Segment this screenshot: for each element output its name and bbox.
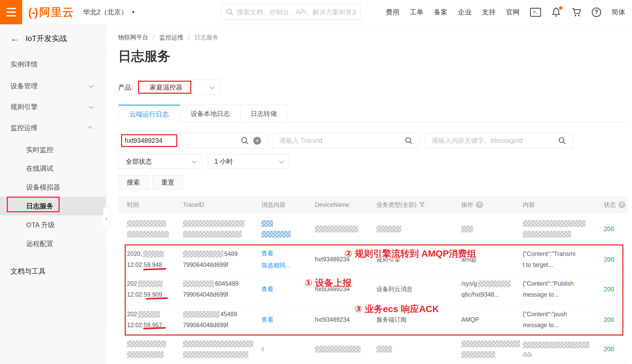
keyword-search-field[interactable] (425, 133, 573, 148)
sidebar-item-ota-upgrade[interactable]: OTA 升级 (0, 215, 106, 234)
breadcrumb-monitoring-ops[interactable]: 监控运维 (159, 33, 183, 42)
cell-status: 200 (604, 304, 614, 335)
log-table: 时间 TraceID 消息内容 DeviceName 业务类型(全部) 操作 ?… (118, 196, 628, 363)
filter-same-link[interactable]: 筛选相同... (261, 261, 290, 269)
search-button[interactable]: 搜索 (118, 175, 148, 190)
device-search-field[interactable]: × (118, 133, 268, 148)
redacted-link[interactable] (261, 220, 273, 227)
global-search-input[interactable] (237, 8, 356, 16)
redacted-block (183, 251, 223, 257)
redacted-block (523, 220, 585, 227)
help-circle-icon[interactable]: ? (476, 201, 483, 208)
nav-support[interactable]: 支持 (482, 8, 496, 17)
sidebar-back[interactable]: ← IoT开发实战 (0, 24, 106, 53)
cell-operation: /sys/g q6c/hxt9348... (461, 274, 510, 304)
redacted-block (315, 226, 358, 232)
redacted-block (478, 280, 510, 287)
sidebar-item-monitoring-ops[interactable]: 监控运维 (0, 117, 106, 138)
sidebar-item-device-management[interactable]: 设备管理 (0, 75, 106, 96)
sidebar-item-instance-detail[interactable]: 实例详情 (0, 53, 106, 75)
cloudshell-button[interactable]: >_ (530, 8, 541, 17)
redacted-link[interactable] (261, 231, 291, 238)
notifications-button[interactable] (551, 7, 561, 17)
hamburger-icon (7, 8, 16, 9)
page-title: 日志服务 (118, 48, 170, 65)
status-code: 200 (604, 225, 614, 233)
traceid-input[interactable] (279, 137, 405, 144)
chevron-left-icon: ‹ (106, 214, 108, 222)
search-icon[interactable] (558, 137, 566, 145)
view-link[interactable]: 查看 (261, 285, 273, 293)
product-select[interactable]: 家庭温控器 (139, 80, 221, 95)
sidebar-item-remote-config[interactable]: 远程配置 (0, 234, 106, 253)
traceid-search-field[interactable] (273, 133, 420, 148)
redacted-block (127, 351, 164, 358)
nav-icp[interactable]: 备案 (434, 8, 447, 17)
help-button[interactable]: ? (592, 8, 601, 17)
time-range-select[interactable]: 1 小时 (207, 154, 289, 169)
redacted-block (127, 340, 166, 347)
cell-biztype: 设备到云消息 (376, 274, 412, 304)
cell-biztype (376, 213, 401, 244)
search-icon[interactable] (405, 137, 413, 145)
cell-operation (461, 213, 473, 244)
cell-time (127, 336, 166, 363)
breadcrumb-iot-platform[interactable]: 物联网平台 (118, 33, 148, 42)
clear-icon[interactable]: × (253, 137, 261, 145)
cell-status: 200 (604, 336, 614, 363)
redacted-block (523, 231, 571, 238)
sidebar-item-rules-engine[interactable]: 规则引擎 (0, 96, 106, 117)
col-devicename: DeviceName (315, 196, 349, 213)
product-label: 产品: (118, 80, 133, 95)
sidebar-collapse-handle[interactable]: ‹ (103, 207, 111, 230)
breadcrumb-log-service: 日志服务 (194, 33, 219, 42)
device-search-input[interactable] (125, 137, 241, 144)
sidebar-item-realtime-monitor[interactable]: 实时监控 (0, 140, 106, 159)
aliyun-logo[interactable]: (-) 阿里云 (28, 0, 74, 24)
cell-biztype: 服务端订阅 (376, 304, 406, 335)
cart-button[interactable] (571, 8, 581, 17)
instance-title: IoT开发实战 (26, 33, 67, 44)
reset-button[interactable]: 重置 (153, 175, 183, 190)
filter-funnel-icon[interactable] (419, 202, 425, 208)
tab-strip: 云端运行日志 设备本地日志 日志转储 (118, 105, 287, 123)
cell-message: 查看 (261, 274, 273, 304)
sidebar-item-online-debug[interactable]: 在线调试 (0, 159, 106, 178)
cell-message (261, 213, 291, 244)
chevron-down-icon (279, 158, 284, 163)
tab-device-local-log[interactable]: 设备本地日志 (180, 105, 241, 122)
nav-billing[interactable]: 费用 (386, 8, 399, 17)
redacted-block (143, 251, 164, 257)
cell-devicename: hxt93489234 (315, 245, 350, 274)
chevron-down-icon (89, 83, 93, 88)
nav-enterprise[interactable]: 企业 (458, 8, 472, 17)
nav-website[interactable]: 官网 (506, 8, 520, 17)
keyword-input[interactable] (432, 137, 558, 144)
redacted-block (261, 347, 264, 351)
top-nav: 费用 工单 备案 企业 支持 官网 >_ (386, 0, 625, 24)
hamburger-menu-button[interactable] (0, 0, 22, 24)
nav-tickets[interactable]: 工单 (410, 8, 423, 17)
col-biztype: 业务类型(全部) (376, 196, 425, 213)
col-status: 状态 ? (604, 196, 625, 213)
help-circle-icon[interactable]: ? (618, 201, 625, 208)
view-link[interactable]: 查看 (261, 249, 290, 257)
tab-cloud-run-log[interactable]: 云端运行日志 (118, 105, 180, 123)
region-selector[interactable]: 华北2（北京） ▼ (83, 0, 135, 24)
cell-traceid: 45489 799064048d699f (183, 304, 237, 335)
tab-log-dump[interactable]: 日志转储 (241, 105, 287, 122)
sidebar-item-docs-tools[interactable]: 文档与工具 (0, 256, 106, 287)
region-label: 华北2（北京） (83, 8, 128, 17)
global-search[interactable] (221, 4, 361, 20)
sidebar-item-device-simulator[interactable]: 设备模拟器 (0, 178, 106, 197)
sidebar-item-log-service[interactable]: 日志服务 (0, 197, 106, 215)
search-icon[interactable] (241, 137, 249, 145)
status-code: 200 (604, 345, 614, 353)
view-link[interactable]: 查看 (261, 316, 273, 324)
redacted-block (461, 351, 495, 358)
cell-content: {"Content":"Transmi t to target... (523, 245, 575, 274)
table-row: 202 12:02:59.957 45489 799064048d699f 查看… (118, 304, 628, 336)
status-filter-select[interactable]: 全部状态 (118, 154, 202, 169)
chevron-down-icon (89, 104, 93, 109)
language-switcher[interactable]: 简体 (612, 8, 625, 17)
